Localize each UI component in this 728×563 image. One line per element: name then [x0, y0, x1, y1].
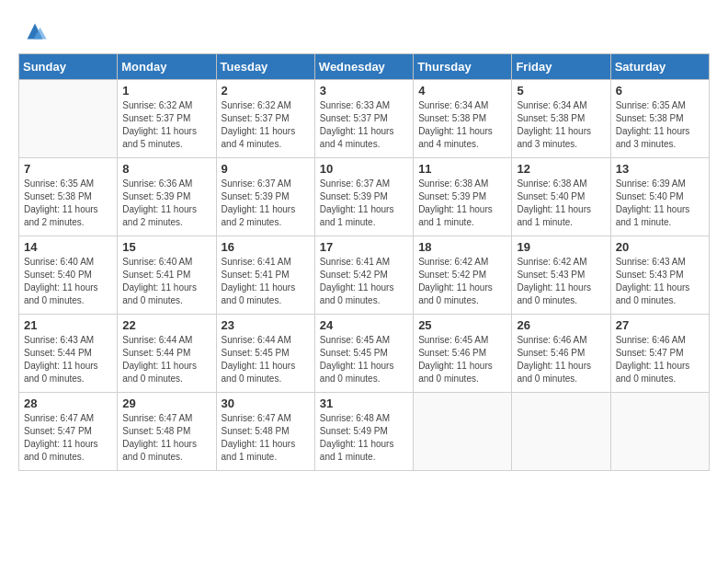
header-wednesday: Wednesday: [314, 54, 413, 80]
day-number: 16: [222, 240, 310, 254]
day-number: 31: [320, 396, 408, 410]
cell-content: Sunrise: 6:43 AM Sunset: 5:43 PM Dayligh…: [616, 256, 704, 307]
cell-content: Sunrise: 6:35 AM Sunset: 5:38 PM Dayligh…: [616, 99, 704, 151]
calendar-cell: [414, 393, 512, 471]
cell-content: Sunrise: 6:38 AM Sunset: 5:39 PM Dayligh…: [418, 178, 506, 229]
day-number: 30: [222, 396, 310, 410]
day-number: 14: [24, 240, 112, 254]
cell-content: Sunrise: 6:46 AM Sunset: 5:46 PM Dayligh…: [517, 334, 605, 385]
cell-content: Sunrise: 6:36 AM Sunset: 5:39 PM Dayligh…: [122, 178, 210, 229]
cell-content: Sunrise: 6:38 AM Sunset: 5:40 PM Dayligh…: [517, 178, 605, 229]
logo: [18, 18, 48, 44]
calendar-cell: 14Sunrise: 6:40 AM Sunset: 5:40 PM Dayli…: [19, 236, 118, 315]
calendar-cell: 16Sunrise: 6:41 AM Sunset: 5:41 PM Dayli…: [216, 236, 314, 315]
cell-content: Sunrise: 6:37 AM Sunset: 5:39 PM Dayligh…: [320, 178, 408, 229]
calendar-header-row: SundayMondayTuesdayWednesdayThursdayFrid…: [19, 54, 710, 80]
day-number: 29: [122, 396, 210, 410]
day-number: 4: [418, 84, 506, 98]
day-number: 26: [517, 318, 605, 332]
day-number: 10: [320, 162, 408, 176]
day-number: 23: [222, 318, 310, 332]
week-row-3: 14Sunrise: 6:40 AM Sunset: 5:40 PM Dayli…: [19, 236, 710, 315]
day-number: 12: [517, 162, 605, 176]
cell-content: Sunrise: 6:46 AM Sunset: 5:47 PM Dayligh…: [616, 334, 704, 385]
cell-content: Sunrise: 6:42 AM Sunset: 5:42 PM Dayligh…: [418, 256, 506, 307]
day-number: 24: [320, 318, 408, 332]
calendar-cell: 8Sunrise: 6:36 AM Sunset: 5:39 PM Daylig…: [118, 158, 216, 236]
week-row-4: 21Sunrise: 6:43 AM Sunset: 5:44 PM Dayli…: [19, 315, 710, 393]
calendar-cell: 5Sunrise: 6:34 AM Sunset: 5:38 PM Daylig…: [512, 80, 610, 158]
calendar-cell: 25Sunrise: 6:45 AM Sunset: 5:46 PM Dayli…: [414, 315, 512, 393]
page-header: [18, 18, 710, 44]
calendar-cell: 20Sunrise: 6:43 AM Sunset: 5:43 PM Dayli…: [610, 236, 709, 315]
cell-content: Sunrise: 6:34 AM Sunset: 5:38 PM Dayligh…: [517, 99, 605, 151]
cell-content: Sunrise: 6:42 AM Sunset: 5:43 PM Dayligh…: [517, 256, 605, 307]
calendar-cell: 13Sunrise: 6:39 AM Sunset: 5:40 PM Dayli…: [610, 158, 709, 236]
week-row-1: 1Sunrise: 6:32 AM Sunset: 5:37 PM Daylig…: [19, 80, 710, 158]
cell-content: Sunrise: 6:35 AM Sunset: 5:38 PM Dayligh…: [24, 178, 112, 229]
day-number: 25: [418, 318, 506, 332]
calendar-cell: [19, 80, 118, 158]
day-number: 5: [517, 84, 605, 98]
calendar-cell: 24Sunrise: 6:45 AM Sunset: 5:45 PM Dayli…: [314, 315, 413, 393]
cell-content: Sunrise: 6:45 AM Sunset: 5:45 PM Dayligh…: [320, 334, 408, 385]
day-number: 2: [222, 84, 310, 98]
calendar-cell: 23Sunrise: 6:44 AM Sunset: 5:45 PM Dayli…: [216, 315, 314, 393]
cell-content: Sunrise: 6:47 AM Sunset: 5:48 PM Dayligh…: [222, 412, 310, 464]
calendar-cell: 30Sunrise: 6:47 AM Sunset: 5:48 PM Dayli…: [216, 393, 314, 471]
day-number: 20: [616, 240, 704, 254]
header-thursday: Thursday: [414, 54, 512, 80]
calendar-cell: 3Sunrise: 6:33 AM Sunset: 5:37 PM Daylig…: [314, 80, 413, 158]
cell-content: Sunrise: 6:40 AM Sunset: 5:41 PM Dayligh…: [122, 256, 210, 307]
day-number: 27: [616, 318, 704, 332]
cell-content: Sunrise: 6:45 AM Sunset: 5:46 PM Dayligh…: [418, 334, 506, 385]
day-number: 21: [24, 318, 112, 332]
cell-content: Sunrise: 6:32 AM Sunset: 5:37 PM Dayligh…: [122, 99, 210, 151]
calendar-cell: 2Sunrise: 6:32 AM Sunset: 5:37 PM Daylig…: [216, 80, 314, 158]
header-sunday: Sunday: [19, 54, 118, 80]
cell-content: Sunrise: 6:47 AM Sunset: 5:48 PM Dayligh…: [122, 412, 210, 464]
calendar-cell: 31Sunrise: 6:48 AM Sunset: 5:49 PM Dayli…: [314, 393, 413, 471]
cell-content: Sunrise: 6:37 AM Sunset: 5:39 PM Dayligh…: [222, 178, 310, 229]
day-number: 13: [616, 162, 704, 176]
calendar-cell: 7Sunrise: 6:35 AM Sunset: 5:38 PM Daylig…: [19, 158, 118, 236]
day-number: 15: [122, 240, 210, 254]
day-number: 9: [222, 162, 310, 176]
cell-content: Sunrise: 6:44 AM Sunset: 5:44 PM Dayligh…: [122, 334, 210, 385]
cell-content: Sunrise: 6:44 AM Sunset: 5:45 PM Dayligh…: [222, 334, 310, 385]
calendar-cell: 12Sunrise: 6:38 AM Sunset: 5:40 PM Dayli…: [512, 158, 610, 236]
day-number: 6: [616, 84, 704, 98]
day-number: 3: [320, 84, 408, 98]
calendar-cell: 11Sunrise: 6:38 AM Sunset: 5:39 PM Dayli…: [414, 158, 512, 236]
calendar-cell: 21Sunrise: 6:43 AM Sunset: 5:44 PM Dayli…: [19, 315, 118, 393]
cell-content: Sunrise: 6:47 AM Sunset: 5:47 PM Dayligh…: [24, 412, 112, 464]
calendar-cell: 27Sunrise: 6:46 AM Sunset: 5:47 PM Dayli…: [610, 315, 709, 393]
week-row-5: 28Sunrise: 6:47 AM Sunset: 5:47 PM Dayli…: [19, 393, 710, 471]
calendar-cell: [512, 393, 610, 471]
day-number: 22: [122, 318, 210, 332]
day-number: 17: [320, 240, 408, 254]
day-number: 19: [517, 240, 605, 254]
day-number: 1: [122, 84, 210, 98]
header-saturday: Saturday: [610, 54, 709, 80]
calendar-cell: 10Sunrise: 6:37 AM Sunset: 5:39 PM Dayli…: [314, 158, 413, 236]
cell-content: Sunrise: 6:34 AM Sunset: 5:38 PM Dayligh…: [418, 99, 506, 151]
cell-content: Sunrise: 6:33 AM Sunset: 5:37 PM Dayligh…: [320, 99, 408, 151]
calendar-cell: 9Sunrise: 6:37 AM Sunset: 5:39 PM Daylig…: [216, 158, 314, 236]
calendar-cell: 1Sunrise: 6:32 AM Sunset: 5:37 PM Daylig…: [118, 80, 216, 158]
calendar-cell: 18Sunrise: 6:42 AM Sunset: 5:42 PM Dayli…: [414, 236, 512, 315]
header-friday: Friday: [512, 54, 610, 80]
cell-content: Sunrise: 6:41 AM Sunset: 5:42 PM Dayligh…: [320, 256, 408, 307]
week-row-2: 7Sunrise: 6:35 AM Sunset: 5:38 PM Daylig…: [19, 158, 710, 236]
calendar-cell: 19Sunrise: 6:42 AM Sunset: 5:43 PM Dayli…: [512, 236, 610, 315]
calendar-cell: 26Sunrise: 6:46 AM Sunset: 5:46 PM Dayli…: [512, 315, 610, 393]
cell-content: Sunrise: 6:41 AM Sunset: 5:41 PM Dayligh…: [222, 256, 310, 307]
header-tuesday: Tuesday: [216, 54, 314, 80]
day-number: 18: [418, 240, 506, 254]
calendar-table: SundayMondayTuesdayWednesdayThursdayFrid…: [18, 53, 710, 471]
calendar-cell: 22Sunrise: 6:44 AM Sunset: 5:44 PM Dayli…: [118, 315, 216, 393]
calendar-cell: 6Sunrise: 6:35 AM Sunset: 5:38 PM Daylig…: [610, 80, 709, 158]
cell-content: Sunrise: 6:40 AM Sunset: 5:40 PM Dayligh…: [24, 256, 112, 307]
calendar-cell: 15Sunrise: 6:40 AM Sunset: 5:41 PM Dayli…: [118, 236, 216, 315]
day-number: 11: [418, 162, 506, 176]
